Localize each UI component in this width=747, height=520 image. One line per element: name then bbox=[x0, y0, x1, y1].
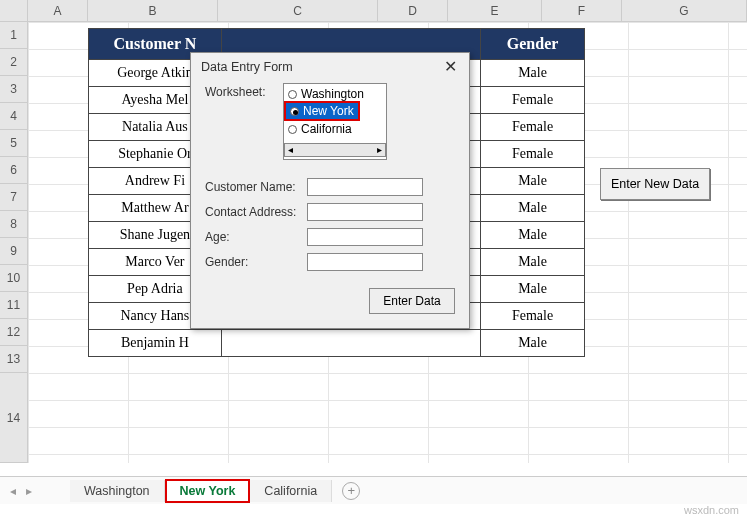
enter-data-button[interactable]: Enter Data bbox=[369, 288, 455, 314]
col-header-A[interactable]: A bbox=[28, 0, 88, 21]
row-header[interactable]: 7 bbox=[0, 184, 28, 211]
radio-icon bbox=[288, 125, 297, 134]
tab-california[interactable]: California bbox=[250, 480, 332, 502]
row-header[interactable]: 11 bbox=[0, 292, 28, 319]
table-row: Benjamin HMale bbox=[89, 330, 585, 357]
col-header-G[interactable]: G bbox=[622, 0, 747, 21]
age-input[interactable] bbox=[307, 228, 423, 246]
watermark: wsxdn.com bbox=[684, 504, 739, 516]
row-header[interactable]: 4 bbox=[0, 103, 28, 130]
row-header[interactable]: 6 bbox=[0, 157, 28, 184]
listbox-item-washington[interactable]: Washington bbox=[284, 86, 386, 102]
listbox-item-california[interactable]: California bbox=[284, 121, 386, 137]
worksheet-label: Worksheet: bbox=[205, 83, 271, 160]
row-header[interactable]: 5 bbox=[0, 130, 28, 157]
listbox-scrollbar[interactable]: ◂ ▸ bbox=[284, 143, 386, 157]
close-icon[interactable]: ✕ bbox=[440, 59, 461, 75]
add-sheet-icon[interactable]: + bbox=[342, 482, 360, 500]
col-header-D[interactable]: D bbox=[378, 0, 448, 21]
row-header[interactable]: 1 bbox=[0, 22, 28, 49]
contact-address-label: Contact Address: bbox=[205, 205, 301, 219]
customer-name-label: Customer Name: bbox=[205, 180, 301, 194]
col-header-C[interactable]: C bbox=[218, 0, 378, 21]
column-headers: A B C D E F G bbox=[0, 0, 747, 22]
sheet-tab-strip: ◂ ▸ Washington New York California + bbox=[0, 476, 747, 504]
tab-newyork[interactable]: New York bbox=[165, 479, 251, 503]
gender-label: Gender: bbox=[205, 255, 301, 269]
th-gender: Gender bbox=[481, 29, 585, 60]
dialog-title: Data Entry Form bbox=[201, 60, 293, 74]
radio-icon bbox=[290, 107, 299, 116]
tab-nav-next-icon[interactable]: ▸ bbox=[26, 484, 32, 498]
row-header[interactable]: 2 bbox=[0, 49, 28, 76]
tab-nav-prev-icon[interactable]: ◂ bbox=[10, 484, 16, 498]
listbox-item-newyork[interactable]: New York bbox=[286, 103, 358, 119]
customer-name-input[interactable] bbox=[307, 178, 423, 196]
contact-address-input[interactable] bbox=[307, 203, 423, 221]
data-entry-dialog: Data Entry Form ✕ Worksheet: Washington … bbox=[190, 52, 470, 329]
col-header-F[interactable]: F bbox=[542, 0, 622, 21]
scroll-right-icon[interactable]: ▸ bbox=[374, 144, 385, 156]
row-header[interactable]: 13 bbox=[0, 346, 28, 373]
worksheet-listbox[interactable]: Washington New York California ◂ bbox=[283, 83, 387, 160]
enter-new-data-button[interactable]: Enter New Data bbox=[600, 168, 710, 200]
tab-washington[interactable]: Washington bbox=[70, 480, 165, 502]
row-headers: 1 2 3 4 5 6 7 8 9 10 11 12 13 14 bbox=[0, 22, 28, 463]
row-header[interactable]: 8 bbox=[0, 211, 28, 238]
select-all-corner[interactable] bbox=[0, 0, 28, 21]
radio-icon bbox=[288, 90, 297, 99]
gender-input[interactable] bbox=[307, 253, 423, 271]
row-header[interactable]: 10 bbox=[0, 265, 28, 292]
age-label: Age: bbox=[205, 230, 301, 244]
col-header-B[interactable]: B bbox=[88, 0, 218, 21]
row-header[interactable]: 3 bbox=[0, 76, 28, 103]
col-header-E[interactable]: E bbox=[448, 0, 542, 21]
scroll-left-icon[interactable]: ◂ bbox=[285, 144, 296, 156]
row-header[interactable]: 9 bbox=[0, 238, 28, 265]
row-header[interactable]: 12 bbox=[0, 319, 28, 346]
row-header[interactable]: 14 bbox=[0, 373, 28, 463]
